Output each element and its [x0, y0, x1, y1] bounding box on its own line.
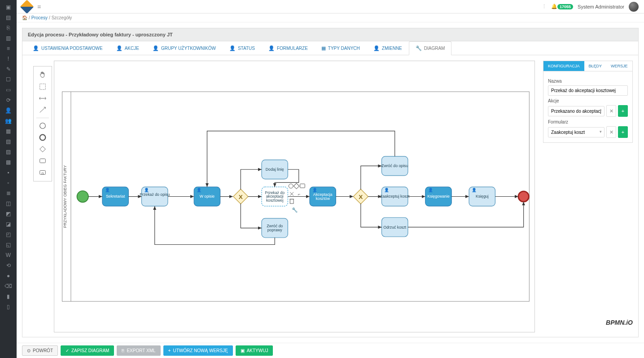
nav-item[interactable]: ⟲ [0, 260, 17, 270]
ctx-connect-icon[interactable] [290, 192, 294, 196]
tab-status[interactable]: 👤STATUS [223, 41, 262, 55]
nav-item[interactable]: ▩ [0, 157, 17, 167]
nav-item[interactable]: ▣ [0, 2, 17, 12]
remove-formularz-button[interactable]: ✕ [606, 126, 616, 138]
aktywuj-button[interactable]: ▣AKTYWUJ [236, 345, 273, 356]
nav-item[interactable]: ▤ [0, 12, 17, 22]
palette-start-event[interactable] [34, 120, 52, 132]
gateway-1[interactable]: X [233, 189, 248, 204]
hamburger-icon[interactable]: ≡ [37, 3, 41, 10]
nav-item[interactable]: ▧ [0, 136, 17, 146]
logo-icon [20, 0, 34, 13]
nav-item[interactable]: ● [0, 270, 17, 281]
tab-ustawienia[interactable]: 👤USTAWIENIA PODSTAWOWE [26, 41, 110, 55]
nav-item[interactable]: ◪ [0, 219, 17, 229]
nav-item[interactable]: ▮ [0, 291, 17, 301]
tab-diagram[interactable]: 🔧DIAGRAM [409, 41, 452, 55]
nav-item[interactable]: ▥ [0, 33, 17, 43]
ctx-event-icon[interactable] [289, 184, 293, 188]
svg-text:Księgowanie: Księgowanie [427, 194, 450, 199]
palette-gateway[interactable] [34, 143, 52, 155]
breadcrumb-home[interactable]: 🏠 [22, 15, 27, 20]
svg-text:Sekretariat: Sekretariat [106, 194, 125, 199]
palette-lasso-tool[interactable] [34, 81, 52, 93]
tab-grupy[interactable]: 👤GRUPY UŻYTKOWNIKÓW [146, 41, 223, 55]
svg-rect-7 [42, 173, 44, 175]
nav-item[interactable]: ✎ [0, 64, 17, 74]
tab-typy[interactable]: ▦TYPY DANYCH [315, 41, 367, 55]
svg-rect-6 [40, 171, 46, 175]
nav-item[interactable]: 👥 [0, 115, 17, 126]
nav-item[interactable]: ≡ [0, 43, 17, 53]
sp-tab-bledy[interactable]: BŁĘDY [584, 61, 607, 71]
select-formularz[interactable] [548, 127, 605, 137]
tab-zmienne[interactable]: 👤ZMIENNE [367, 41, 409, 55]
nav-item[interactable]: ◰ [0, 229, 17, 239]
nav-item[interactable]: W [0, 250, 17, 260]
svg-text:👤: 👤 [197, 187, 202, 193]
powrot-button[interactable]: ⊙POWRÓT [22, 345, 58, 356]
svg-text:Zaakceptuj koszt: Zaakceptuj koszt [380, 194, 410, 199]
palette-task[interactable] [34, 155, 52, 167]
nav-item[interactable]: ◱ [0, 239, 17, 250]
ctx-task-icon[interactable] [300, 184, 305, 188]
kebab-icon[interactable]: ⋮ [542, 4, 547, 9]
utworz-button[interactable]: +UTWÓRZ NOWĄ WERSJĘ [163, 345, 233, 356]
export-button[interactable]: ⎘EXPORT XML [117, 345, 160, 356]
nav-item[interactable]: ▨ [0, 146, 17, 157]
nav-item[interactable]: ▦ [0, 126, 17, 136]
nav-item[interactable]: ! [0, 53, 17, 64]
tab-formularze[interactable]: 👤FORMULARZE [262, 41, 315, 55]
nav-item[interactable]: ≣ [0, 188, 17, 198]
zapisz-button[interactable]: ✓ZAPISZ DIAGRAM [61, 345, 114, 356]
nav-item[interactable]: ▯ [0, 301, 17, 312]
start-event[interactable] [77, 191, 88, 202]
tab-akcje[interactable]: 👤AKCJE [110, 41, 146, 55]
tabs: 👤USTAWIENIA PODSTAWOWE 👤AKCJE 👤GRUPY UŻY… [22, 41, 639, 55]
nav-item[interactable]: ◩ [0, 208, 17, 219]
bpmn-diagram[interactable]: PRZYKŁADOWY OBIEG FAKTURY 👤 Sekretariat … [54, 61, 535, 332]
footer-toolbar: ⊙POWRÓT ✓ZAPISZ DIAGRAM ⎘EXPORT XML +UTW… [17, 343, 644, 358]
nav-item[interactable]: ▫ [0, 177, 17, 188]
nav-item[interactable]: ☐ [0, 74, 17, 84]
add-formularz-button[interactable]: + [618, 126, 628, 138]
svg-rect-4 [40, 146, 46, 152]
nav-item[interactable]: ▪ [0, 167, 17, 177]
palette-hand-tool[interactable] [34, 69, 52, 81]
svg-text:X: X [239, 194, 243, 200]
palette-connect-tool[interactable] [34, 104, 52, 116]
nav-item[interactable]: ▭ [0, 84, 17, 95]
ctx-trash-icon[interactable] [290, 199, 294, 203]
remove-akcje-button[interactable]: ✕ [606, 105, 616, 117]
avatar[interactable] [629, 2, 639, 12]
page-title: Edycja procesu - Przykładowy obieg faktu… [22, 28, 639, 41]
breadcrumb-procesy[interactable]: Procesy [31, 15, 48, 20]
bell-icon[interactable]: 🔔17055 [551, 4, 573, 9]
svg-text:Księguj: Księguj [476, 194, 489, 199]
add-akcje-button[interactable]: + [618, 105, 628, 117]
nav-item[interactable]: 👤 [0, 105, 17, 115]
svg-text:👤: 👤 [384, 187, 389, 193]
svg-text:Dodaj linię: Dodaj linię [266, 167, 284, 172]
gateway-2[interactable]: X [353, 189, 368, 204]
sp-tab-konfiguracja[interactable]: KONFIGURACJA [543, 61, 584, 71]
palette-subprocess[interactable] [34, 167, 52, 178]
end-event[interactable] [518, 191, 529, 202]
svg-text:poprawy: poprawy [267, 228, 283, 232]
nav-item[interactable]: ◫ [0, 198, 17, 208]
notification-badge: 17055 [557, 4, 573, 9]
nav-item[interactable]: ⎘ [0, 22, 17, 33]
input-nazwa[interactable] [548, 85, 628, 96]
nav-item[interactable]: ⌫ [0, 281, 17, 291]
nav-item[interactable]: ⟳ [0, 95, 17, 105]
palette-space-tool[interactable] [34, 93, 52, 104]
user-name[interactable]: System Administrator [578, 4, 624, 9]
ctx-gateway-icon[interactable] [294, 183, 299, 189]
ctx-wrench-icon[interactable]: 🔧 [292, 207, 298, 213]
sp-tab-wersje[interactable]: WERSJE [606, 61, 632, 71]
svg-text:Odrzuć koszt: Odrzuć koszt [383, 225, 407, 230]
palette-end-event[interactable] [34, 132, 52, 143]
svg-text:👤: 👤 [472, 187, 477, 193]
select-akcje[interactable] [548, 106, 605, 116]
ctx-annotation-icon[interactable]: ⌐ [298, 192, 301, 197]
